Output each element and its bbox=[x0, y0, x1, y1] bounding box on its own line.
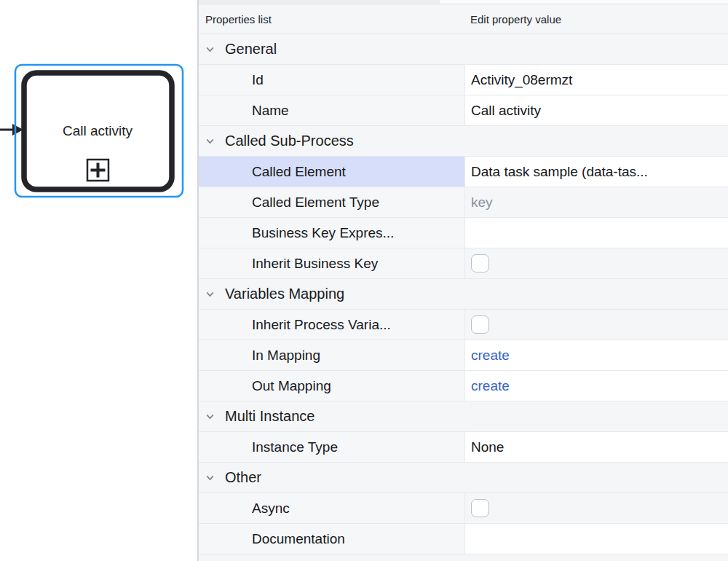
property-label[interactable]: Inherit Business Key bbox=[199, 248, 464, 278]
section-label: Variables Mapping bbox=[225, 286, 344, 302]
property-value-input[interactable] bbox=[464, 524, 728, 554]
property-value-cell bbox=[464, 310, 728, 340]
section-general[interactable]: General bbox=[199, 34, 728, 65]
property-value-input[interactable]: Data task sample (data-tas... bbox=[464, 157, 728, 187]
property-label[interactable]: Documentation bbox=[199, 524, 464, 554]
property-label[interactable]: Id bbox=[199, 65, 464, 95]
property-label[interactable]: Instance Type bbox=[199, 432, 464, 462]
row-called-element: Called Element Data task sample (data-ta… bbox=[199, 157, 728, 187]
chevron-down-icon bbox=[205, 472, 215, 483]
row-in-mapping: In Mapping create bbox=[199, 340, 728, 371]
section-label: Multi Instance bbox=[225, 408, 314, 425]
row-async: Async bbox=[199, 493, 728, 524]
canvas-svg: Call activity bbox=[0, 0, 197, 561]
property-label[interactable]: In Mapping bbox=[199, 340, 464, 370]
row-id: Id Activity_08ermzt bbox=[199, 65, 728, 95]
async-checkbox[interactable] bbox=[471, 499, 489, 517]
property-label[interactable]: Name bbox=[199, 95, 464, 125]
sequence-flow-arrow[interactable] bbox=[0, 124, 23, 136]
property-value-input[interactable]: Activity_08ermzt bbox=[464, 65, 728, 95]
section-label: General bbox=[225, 41, 277, 58]
property-label[interactable]: Called Element Type bbox=[199, 187, 464, 217]
chevron-down-icon bbox=[205, 136, 215, 146]
row-out-mapping: Out Mapping create bbox=[199, 371, 728, 401]
row-name: Name Call activity bbox=[199, 95, 728, 126]
row-business-key-expression: Business Key Expres... bbox=[199, 218, 728, 248]
collapsed-subprocess-icon[interactable] bbox=[87, 160, 108, 181]
header-edit-property-value: Edit property value bbox=[464, 13, 728, 26]
property-label[interactable]: Async bbox=[199, 493, 464, 523]
properties-panel: Properties list Edit property value Gene… bbox=[197, 0, 728, 561]
in-mapping-create-link[interactable]: create bbox=[471, 348, 510, 364]
chevron-down-icon bbox=[205, 411, 215, 422]
row-documentation: Documentation bbox=[199, 524, 728, 554]
property-value-cell: create bbox=[464, 340, 728, 370]
section-variables-mapping[interactable]: Variables Mapping bbox=[199, 279, 728, 310]
bpmn-canvas[interactable]: Call activity bbox=[0, 0, 197, 561]
section-multi-instance[interactable]: Multi Instance bbox=[199, 401, 728, 432]
property-value-cell bbox=[464, 493, 728, 523]
property-value-cell bbox=[464, 248, 728, 278]
row-inherit-business-key: Inherit Business Key bbox=[199, 248, 728, 279]
property-label[interactable]: Business Key Expres... bbox=[199, 218, 464, 248]
property-value-select[interactable]: None bbox=[464, 432, 728, 462]
property-label-selected[interactable]: Called Element bbox=[199, 157, 464, 187]
panel-header: Properties list Edit property value bbox=[199, 4, 728, 34]
property-label[interactable]: Inherit Process Varia... bbox=[199, 310, 464, 340]
row-instance-type: Instance Type None bbox=[199, 432, 728, 463]
section-label: Other bbox=[225, 469, 261, 486]
property-value-cell: create bbox=[464, 371, 728, 401]
out-mapping-create-link[interactable]: create bbox=[471, 378, 510, 394]
next-section-sliver bbox=[199, 554, 728, 561]
row-called-element-type: Called Element Type key bbox=[199, 187, 728, 218]
property-value-input[interactable]: Call activity bbox=[464, 95, 728, 125]
shape-label: Call activity bbox=[63, 123, 133, 138]
inherit-process-variables-checkbox[interactable] bbox=[471, 315, 489, 334]
row-inherit-process-variables: Inherit Process Varia... bbox=[199, 310, 728, 340]
header-properties-list: Properties list bbox=[199, 13, 464, 26]
property-value-input[interactable] bbox=[464, 218, 728, 248]
section-label: Called Sub-Process bbox=[225, 133, 354, 149]
section-other[interactable]: Other bbox=[199, 463, 728, 493]
property-label[interactable]: Out Mapping bbox=[199, 371, 464, 401]
section-called-sub-process[interactable]: Called Sub-Process bbox=[199, 126, 728, 157]
chevron-down-icon bbox=[205, 44, 215, 55]
inherit-business-key-checkbox[interactable] bbox=[471, 254, 489, 272]
chevron-down-icon bbox=[205, 289, 215, 299]
call-activity-shape[interactable]: Call activity bbox=[24, 73, 172, 189]
property-value-readonly[interactable]: key bbox=[464, 187, 728, 217]
